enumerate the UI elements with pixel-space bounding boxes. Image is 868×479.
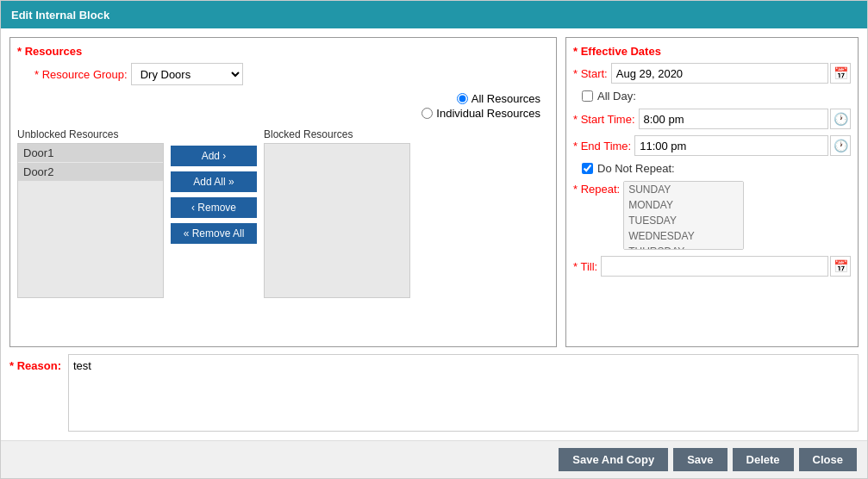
unblocked-list[interactable]: Door1 Door2 — [17, 143, 164, 298]
remove-button[interactable]: ‹ Remove — [171, 197, 257, 218]
all-day-row: All Day: — [582, 90, 851, 103]
do-not-repeat-row: Do Not Repeat: — [582, 162, 851, 175]
remove-all-button[interactable]: « Remove All — [171, 223, 257, 244]
radio-individual-input[interactable] — [422, 108, 433, 119]
dialog-footer: Save And Copy Save Delete Close — [1, 440, 867, 478]
dialog-title: Edit Internal Block — [1, 1, 867, 28]
dialog-title-text: Edit Internal Block — [11, 9, 109, 22]
start-time-row: * Start Time: 🕐 — [573, 109, 851, 129]
blocked-list-container: Blocked Resources — [264, 128, 410, 298]
list-item[interactable]: Door1 — [18, 144, 163, 162]
add-all-button[interactable]: Add All » — [171, 171, 257, 192]
top-section: * Resources * Resource Group: Dry Doors … — [9, 37, 859, 347]
till-label: * Till: — [573, 260, 597, 273]
reason-section: * Reason: test — [9, 354, 859, 432]
edit-internal-block-dialog: Edit Internal Block * Resources * Resour… — [0, 0, 868, 479]
radio-individual-label: Individual Resources — [436, 107, 540, 120]
resource-group-label: * Resource Group: — [34, 68, 128, 81]
repeat-label: * Repeat: — [573, 181, 620, 196]
start-calendar-icon[interactable]: 📅 — [830, 63, 851, 84]
start-input[interactable] — [611, 63, 828, 84]
radio-individual-resources[interactable]: Individual Resources — [422, 107, 540, 120]
list-item[interactable]: Door2 — [18, 163, 163, 181]
till-row: * Till: 📅 — [573, 256, 851, 277]
start-row: * Start: 📅 — [573, 63, 851, 84]
all-day-label: All Day: — [597, 90, 636, 103]
reason-textarea[interactable]: test — [68, 354, 859, 432]
save-and-copy-button[interactable]: Save And Copy — [559, 448, 668, 471]
end-time-icon[interactable]: 🕐 — [830, 135, 851, 156]
do-not-repeat-label: Do Not Repeat: — [597, 162, 675, 175]
transfer-buttons: Add › Add All » ‹ Remove « Remove All — [167, 128, 260, 244]
delete-button[interactable]: Delete — [733, 448, 794, 471]
unblocked-list-container: Unblocked Resources Door1 Door2 — [17, 128, 164, 298]
start-time-label: * Start Time: — [573, 113, 635, 126]
reason-label: * Reason: — [9, 354, 61, 372]
repeat-row: * Repeat: SUNDAY MONDAY TUESDAY WEDNESDA… — [573, 181, 851, 250]
effective-dates-panel: * Effective Dates * Start: 📅 All Day: * … — [565, 37, 859, 347]
save-button[interactable]: Save — [673, 448, 727, 471]
resource-group-row: * Resource Group: Dry Doors — [34, 63, 549, 85]
resources-panel: * Resources * Resource Group: Dry Doors … — [9, 37, 557, 347]
repeat-list[interactable]: SUNDAY MONDAY TUESDAY WEDNESDAY THURSDAY… — [623, 181, 744, 250]
end-time-row: * End Time: 🕐 — [573, 135, 851, 156]
do-not-repeat-checkbox[interactable] — [582, 163, 593, 174]
dialog-body: * Resources * Resource Group: Dry Doors … — [1, 28, 867, 440]
start-time-input[interactable] — [639, 109, 828, 129]
unblocked-label: Unblocked Resources — [17, 128, 164, 140]
till-calendar-icon[interactable]: 📅 — [830, 256, 851, 277]
radio-all-input[interactable] — [457, 93, 468, 104]
add-button[interactable]: Add › — [171, 146, 257, 166]
all-day-checkbox[interactable] — [582, 90, 593, 102]
blocked-list[interactable] — [264, 143, 410, 298]
close-button[interactable]: Close — [799, 448, 857, 471]
resources-panel-label: * Resources — [17, 45, 549, 58]
end-time-input[interactable] — [634, 135, 828, 156]
repeat-container: SUNDAY MONDAY TUESDAY WEDNESDAY THURSDAY… — [623, 181, 744, 250]
effective-dates-label: * Effective Dates — [573, 45, 851, 58]
lists-section: Unblocked Resources Door1 Door2 Add › Ad… — [17, 128, 549, 298]
start-label: * Start: — [573, 67, 608, 80]
start-time-icon[interactable]: 🕐 — [830, 109, 851, 129]
blocked-label: Blocked Resources — [264, 128, 410, 140]
end-time-label: * End Time: — [573, 140, 631, 152]
radio-row: All Resources Individual Resources — [17, 92, 549, 121]
resource-group-select[interactable]: Dry Doors — [131, 63, 243, 85]
till-input[interactable] — [601, 256, 828, 277]
radio-all-label: All Resources — [471, 92, 540, 105]
radio-all-resources[interactable]: All Resources — [457, 92, 540, 105]
